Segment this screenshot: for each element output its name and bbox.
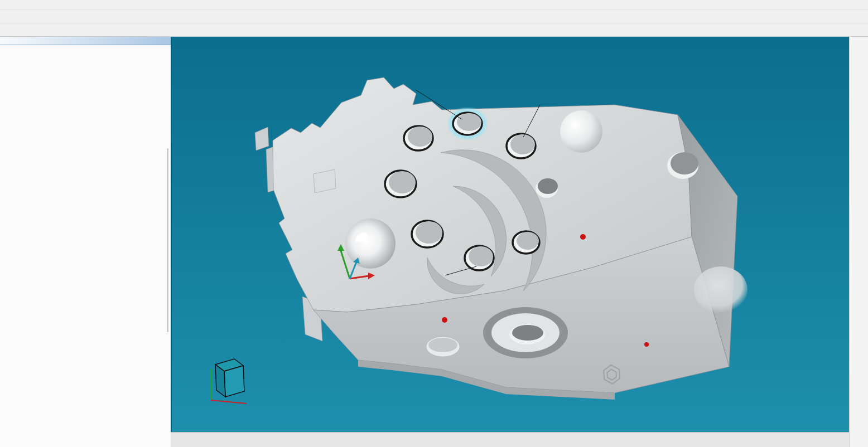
sphere-pocket-right	[694, 266, 748, 313]
counterbore	[483, 307, 568, 358]
toolbar-main	[0, 10, 868, 23]
toolbar-graphics	[0, 23, 868, 37]
hole-plain-2	[667, 152, 698, 179]
view-tabs	[171, 432, 849, 447]
touch-point-3	[644, 342, 649, 347]
hole-cir5[interactable]	[465, 246, 494, 270]
hole-cir6[interactable]	[412, 221, 443, 247]
sidebar-scrollbar[interactable]	[167, 148, 168, 332]
hole-cir4[interactable]	[513, 231, 539, 254]
hole-cir2[interactable]	[507, 134, 536, 158]
touch-point-1	[580, 234, 586, 240]
edit-window-panel	[0, 37, 171, 447]
cad-viewport[interactable]	[171, 37, 849, 432]
cad-model	[172, 37, 849, 432]
pcdmis-window	[0, 0, 868, 447]
cone-pocket	[345, 218, 396, 269]
hole-cir7[interactable]	[385, 171, 416, 197]
hole-shallow	[426, 337, 460, 357]
color-scale-panel	[849, 37, 868, 447]
sphere-pocket-top	[560, 110, 602, 153]
touch-point-2	[442, 317, 447, 323]
edit-window-titlebar[interactable]	[0, 37, 171, 45]
hole-cir8[interactable]	[404, 126, 433, 150]
menu-bar	[0, 0, 868, 10]
hole-cir1-selected[interactable]	[451, 110, 484, 137]
